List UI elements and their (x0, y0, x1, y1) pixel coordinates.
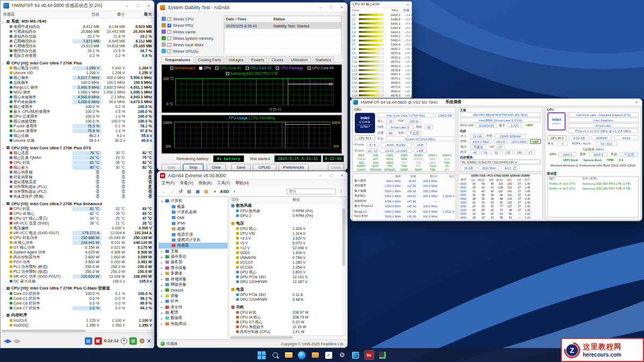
sensor-group-header[interactable]: ⌄ 系统: MSI MS-7E40 (1, 19, 154, 24)
settings-gear-icon[interactable] (338, 350, 347, 360)
close-icon[interactable]: × (404, 2, 412, 8)
tree-item[interactable]: ▸ 显示设备 (159, 265, 228, 271)
tree-item[interactable]: ▸ 网络设备 (159, 282, 228, 287)
legend-checkbox[interactable] (170, 67, 173, 70)
gpu-selector-dropdown[interactable]: GPU #0 ▾ (547, 135, 567, 140)
start-icon[interactable] (257, 350, 267, 360)
graph-tab[interactable]: Voltages (225, 56, 247, 63)
log-row-selected[interactable]: 2025/3/25 8:35:41 Stability Test: Starte… (224, 23, 341, 29)
legend-checkbox[interactable] (308, 67, 311, 70)
sensor-group-header[interactable]: ⌄ CPU [#0]: Intel Core Ultra 7 270K Plus… (1, 201, 154, 206)
core-clock-row[interactable]: C5 5395.2 x54.0 (352, 34, 411, 38)
sensor-row[interactable]: Uncore 倍频 39.0 x 30.0 x 40.0 x (1, 138, 154, 143)
tree-item[interactable]: IPMI (159, 221, 228, 226)
legend-item[interactable]: CPU Core #2 (246, 66, 272, 70)
value-group-header[interactable]: 散热风扇 (229, 203, 346, 208)
column-current[interactable]: 当前 (72, 12, 101, 17)
legend-item[interactable]: CPU Package (276, 66, 303, 70)
value-row[interactable]: VDD2 1.404 V (229, 250, 346, 255)
stress-option[interactable]: Stress GPU(s) (162, 48, 222, 54)
legend-item[interactable]: CPU Core #1 (215, 66, 241, 70)
resource-monitor-icon[interactable] (378, 350, 387, 360)
close-button[interactable]: Close (328, 164, 344, 171)
preferences-button[interactable]: Preferences (279, 164, 309, 171)
graph-tab[interactable]: Statistics (312, 56, 334, 63)
legend-checkbox[interactable] (215, 67, 218, 70)
maximize-icon[interactable]: □ (133, 1, 143, 11)
legend-checkbox[interactable] (246, 67, 249, 70)
close-icon[interactable]: × (336, 3, 347, 12)
legend-item[interactable]: CPU Core #4 (308, 66, 333, 70)
core-clock-row[interactable]: C7 5394.9 x54.0 (352, 42, 411, 47)
cpuid-button[interactable]: CPUID (253, 164, 276, 171)
core-clock-row[interactable]: C13 4575.8 x45.8 (352, 68, 411, 73)
layers-icon[interactable]: ▤ (85, 337, 92, 345)
minimize-icon[interactable]: – (315, 3, 326, 12)
sensor-group-header[interactable]: ⌄ CPU [#0]: Intel Core Ultra 7 270K Plus… (1, 145, 154, 150)
sensor-group-header[interactable]: ⌄ CPU [#0]: Intel Core Ultra 7 270K Plus… (1, 286, 154, 291)
asd-badge-icon[interactable]: ASD (220, 188, 229, 195)
report-icon[interactable]: ▥ (129, 337, 137, 345)
core-clock-row[interactable]: C8 4600.1 x46.0 (352, 47, 411, 51)
summary-titlebar[interactable]: HWiNFO® 64 v8.44-5800 @ VS1 M1 T84C 系统摘要… (350, 99, 642, 106)
tree-item[interactable]: ▸ 操作系统 (159, 254, 228, 259)
graph-tab[interactable]: Powers (248, 56, 267, 63)
column-value[interactable]: 数值 (292, 197, 300, 202)
tree-item[interactable]: ▸ 存储设备 (159, 276, 228, 281)
aida64-titlebar[interactable]: AIDA64 Extreme v8.00.8000 – □ × (157, 171, 347, 180)
legend-item[interactable]: Samsung SSD 990 PRO 1TB (226, 71, 278, 75)
start-button[interactable]: Start (162, 164, 181, 171)
stress-option[interactable]: Stress cache (162, 28, 222, 35)
folder-app-icon[interactable] (311, 350, 320, 360)
value-group-header[interactable]: 电流 (229, 287, 346, 292)
value-row[interactable]: +12 V 12.096 V (229, 245, 346, 250)
core-clock-row[interactable]: C14 4600.1 x46.0 (352, 72, 411, 76)
stress-checkbox[interactable] (167, 43, 171, 47)
folder-icon[interactable]: ▦ (203, 188, 210, 195)
stop-button[interactable]: Stop (183, 164, 203, 171)
save-button[interactable]: Save (231, 164, 251, 171)
search-icon[interactable] (270, 350, 280, 360)
search-input[interactable] (287, 189, 336, 194)
tree-item[interactable]: ▸ 数据库 (159, 315, 228, 321)
stress-option[interactable]: Stress FPU (162, 22, 222, 28)
cpu-selector-dropdown[interactable]: CPU #0 ▾ (355, 135, 375, 140)
tree-item[interactable]: ▸ 配置 (159, 310, 228, 315)
drive-row[interactable]: NVMe x4 16.0 GT/s Samsung SSD 990 PRO 1T… (548, 181, 638, 186)
web-icon[interactable]: ● (211, 188, 218, 195)
clock-icon[interactable] (121, 338, 127, 344)
tree-item[interactable]: 超频 (159, 226, 228, 231)
tree-item[interactable]: ▸ 软件 (159, 299, 228, 304)
menu-item[interactable]: 工具(T) (215, 180, 232, 186)
hwinfo-sensors-titlebar[interactable]: HWiNFO® 64 v8.44-5800 传感器状态 [0.2%] – □ × (1, 1, 154, 11)
sensor-group-header[interactable]: ⌄ CPU [#0]: Intel Core Ultra 7 270K Plus (1, 60, 154, 66)
tree-item[interactable]: ▸ 设备 (159, 293, 228, 299)
value-row[interactable]: +5 V 5.070 V (229, 241, 346, 245)
tree-item[interactable]: 传感器 (159, 243, 228, 248)
tree-item[interactable]: 便携式计算机 (159, 237, 228, 243)
value-row[interactable]: VCCGT 1.280 V (229, 260, 346, 265)
value-row[interactable]: GPU 2 0 RPM (0%) (229, 213, 346, 218)
menu-item[interactable]: 文件(F) (159, 180, 177, 186)
legend-item[interactable]: CPU (199, 66, 211, 70)
aida64-icon[interactable]: 64 (364, 350, 374, 360)
core-clock-row[interactable]: C10 4600.2 x46.0 (352, 55, 411, 60)
core-clock-row[interactable]: C2 5400.1 x54.0 (352, 21, 411, 26)
graph-tab[interactable]: Utilization (288, 56, 311, 63)
tree-item[interactable]: ▸ 主板 (159, 249, 228, 254)
value-row[interactable]: CPU VID 1.314 V (229, 231, 346, 236)
sensor-row[interactable]: 热速度保护 (降频) 否 否 否 (1, 194, 154, 199)
core-clock-row[interactable]: C1 5395.8 x54.0 (352, 17, 411, 21)
core-clock-row[interactable]: C12 4600.0 x46.0 (352, 64, 411, 68)
column-field[interactable]: 字段 (229, 197, 292, 202)
maximize-icon[interactable]: □ (326, 3, 336, 12)
value-row[interactable]: GPU 12VHPWR 0.48 A (229, 297, 346, 302)
vertical-scrollbar[interactable] (342, 197, 346, 335)
stress-checkbox[interactable] (167, 30, 171, 34)
minimize-icon[interactable]: – (315, 171, 326, 179)
value-row[interactable]: +3.3 V 3.320 V (229, 236, 346, 241)
horizontal-scrollbar[interactable] (229, 336, 342, 339)
column-sensor[interactable]: 传感器 (1, 12, 72, 17)
forward-icon[interactable]: → (169, 188, 175, 195)
core-clock-row[interactable]: C0 5400.2 x54.0 (352, 13, 411, 17)
